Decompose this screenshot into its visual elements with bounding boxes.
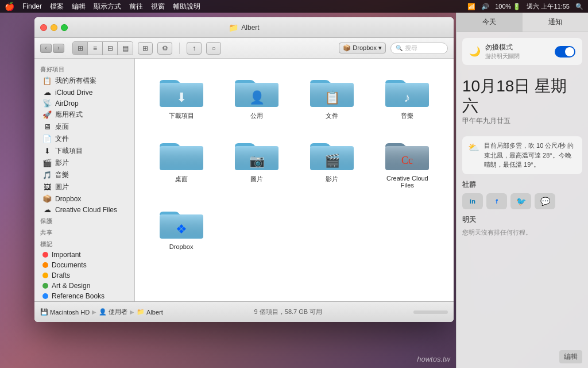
svg-text:❖: ❖ — [176, 222, 187, 236]
search-box[interactable]: 🔍 搜尋 — [390, 43, 448, 54]
sidebar-item-pictures[interactable]: 🖼 圖片 — [37, 181, 132, 193]
sidebar-tag-item[interactable]: Drafts — [37, 270, 132, 281]
folder-item[interactable]: 📷圖片 — [222, 131, 291, 193]
file-menu[interactable]: 檔案 — [50, 2, 64, 12]
view-menu[interactable]: 顯示方式 — [94, 2, 121, 12]
sidebar-item-dropbox[interactable]: 📦 Dropbox — [37, 193, 132, 204]
sidebar-item-documents[interactable]: 📄 文件 — [37, 133, 132, 145]
desktop-label: 桌面 — [55, 122, 69, 132]
share-button[interactable]: ↑ — [187, 42, 202, 55]
volume-icon[interactable]: 🔊 — [481, 3, 489, 10]
message-button[interactable]: 💬 — [535, 193, 555, 209]
svg-text:🎬: 🎬 — [324, 153, 341, 168]
folder-item[interactable]: ❖Dropbox — [146, 199, 216, 255]
downloads-label: 下載項目 — [55, 146, 83, 156]
today-tab[interactable]: 今天 — [457, 13, 523, 32]
sidebar-tag-item[interactable]: Reference Books — [37, 291, 132, 301]
edit-panel-button[interactable]: 編輯 — [559, 350, 582, 363]
twitter-button[interactable]: 🐦 — [510, 193, 531, 209]
sidebar-tag-item[interactable]: Art & Design — [37, 281, 132, 291]
tag-label: Art & Design — [52, 282, 90, 290]
airdrop-label: AirDrop — [55, 99, 79, 108]
breadcrumb-hd[interactable]: 💾 Macintosh HD — [40, 308, 90, 316]
folder-label: 公用 — [250, 112, 263, 120]
apple-menu[interactable]: 🍎 — [5, 2, 14, 11]
folder-item[interactable]: ♪音樂 — [373, 67, 442, 125]
sidebar-item-movies[interactable]: 🎬 影片 — [37, 157, 132, 169]
folder-item[interactable]: 📋文件 — [297, 67, 367, 125]
sidebar-item-desktop[interactable]: 🖥 桌面 — [37, 121, 132, 133]
sep2: ▶ — [130, 309, 134, 315]
finder-sidebar: 喜好項目 📋 我的所有檔案 ☁ iCloud Drive 📡 AirDrop 🚀… — [34, 59, 135, 301]
finder-menu[interactable]: Finder — [22, 2, 42, 10]
breadcrumb-users[interactable]: 👤 使用者 — [99, 308, 127, 316]
weather-icon: ⛅ — [468, 141, 479, 170]
sidebar-item-music[interactable]: 🎵 音樂 — [37, 169, 132, 181]
folder-svg: ♪ — [384, 72, 430, 109]
svg-text:📷: 📷 — [249, 153, 265, 168]
dnd-sublabel: 游於明天關閉 — [485, 52, 520, 60]
sidebar-item-applications[interactable]: 🚀 應用程式 — [37, 109, 132, 121]
folder-label: Dropbox — [169, 243, 194, 250]
watermark: howtos.tw — [417, 355, 450, 363]
finder-window: 📁 Albert ‹ › ⊞ ≡ ⊟ ▤ ⊞ ⚙ ↑ ○ 📦 Dropbox ▾… — [34, 17, 454, 322]
dropbox-label: Dropbox ▾ — [353, 44, 382, 52]
linkedin-button[interactable]: in — [462, 193, 483, 209]
menubar: 🍎 Finder 檔案 編輯 顯示方式 前往 視窗 輔助說明 📶 🔊 100% … — [0, 0, 588, 13]
notifications-tab[interactable]: 通知 — [523, 13, 589, 32]
folder-item[interactable]: 桌面 — [146, 131, 216, 193]
sidebar-item-all-files[interactable]: 📋 我的所有檔案 — [37, 75, 132, 87]
devices-label: 保護 — [34, 215, 134, 227]
folder-label: 桌面 — [175, 175, 188, 183]
arrange-button[interactable]: ⊞ — [138, 42, 153, 55]
close-button[interactable] — [40, 24, 47, 31]
music-label: 音樂 — [55, 170, 69, 180]
sidebar-item-cc-files[interactable]: ☁ Creative Cloud Files — [37, 204, 132, 215]
list-view-button[interactable]: ≡ — [88, 42, 103, 55]
albert-icon: 📁 — [137, 308, 145, 316]
forward-button[interactable]: › — [53, 44, 64, 53]
favorites-section-label: 喜好項目 — [34, 63, 134, 75]
cc-label: Creative Cloud Files — [55, 206, 117, 214]
folder-item[interactable]: 👤公用 — [222, 67, 291, 125]
music-icon: 🎵 — [42, 171, 52, 179]
tag-color-dot — [42, 293, 48, 299]
social-heading: 社群 — [462, 180, 582, 190]
tags-button[interactable]: ○ — [206, 42, 221, 55]
sidebar-item-downloads[interactable]: ⬇ 下載項目 — [37, 145, 132, 157]
facebook-button[interactable]: f — [486, 193, 507, 209]
go-menu[interactable]: 前往 — [129, 2, 143, 12]
downloads-icon: ⬇ — [42, 147, 52, 155]
folder-svg: ⬇ — [158, 72, 204, 109]
dnd-toggle[interactable] — [555, 46, 575, 57]
folder-item[interactable]: CcCreative Cloud Files — [373, 131, 442, 193]
help-menu[interactable]: 輔助說明 — [173, 2, 200, 12]
dropbox-sidebar-icon: 📦 — [42, 194, 52, 203]
back-button[interactable]: ‹ — [40, 44, 52, 53]
folder-item[interactable]: ⬇下載項目 — [146, 67, 216, 125]
sidebar-item-icloud[interactable]: ☁ iCloud Drive — [37, 87, 132, 98]
search-icon[interactable]: 🔍 — [575, 3, 583, 10]
tomorrow-section: 明天 您明天沒有排任何行程。 — [462, 215, 582, 237]
sidebar-item-airdrop[interactable]: 📡 AirDrop — [37, 98, 132, 109]
maximize-button[interactable] — [61, 24, 68, 31]
edit-menu[interactable]: 編輯 — [72, 2, 86, 12]
action-button[interactable]: ⚙ — [157, 42, 172, 55]
minimize-button[interactable] — [51, 24, 57, 31]
window-menu[interactable]: 視窗 — [151, 2, 165, 12]
pictures-icon: 🖼 — [42, 183, 52, 191]
dropbox-button[interactable]: 📦 Dropbox ▾ — [339, 43, 386, 53]
icon-view-button[interactable]: ⊞ — [73, 42, 88, 55]
notification-panel: 今天 通知 🌙 勿擾模式 游於明天關閉 10月18日 星期六 甲午年九月廿五 ⛅ — [456, 13, 588, 368]
folder-item[interactable]: 🎬影片 — [297, 131, 367, 193]
window-title: Albert — [241, 24, 259, 32]
window-folder-icon: 📁 — [229, 23, 238, 32]
coverflow-view-button[interactable]: ▤ — [118, 42, 133, 55]
sidebar-tag-item[interactable]: Important — [37, 250, 132, 260]
wifi-icon[interactable]: 📶 — [467, 3, 475, 10]
tomorrow-heading: 明天 — [462, 215, 582, 225]
sidebar-tag-item[interactable]: Documents — [37, 260, 132, 270]
breadcrumb-albert[interactable]: 📁 Albert — [137, 308, 163, 316]
column-view-button[interactable]: ⊟ — [103, 42, 118, 55]
folder-label: 下載項目 — [169, 112, 194, 120]
